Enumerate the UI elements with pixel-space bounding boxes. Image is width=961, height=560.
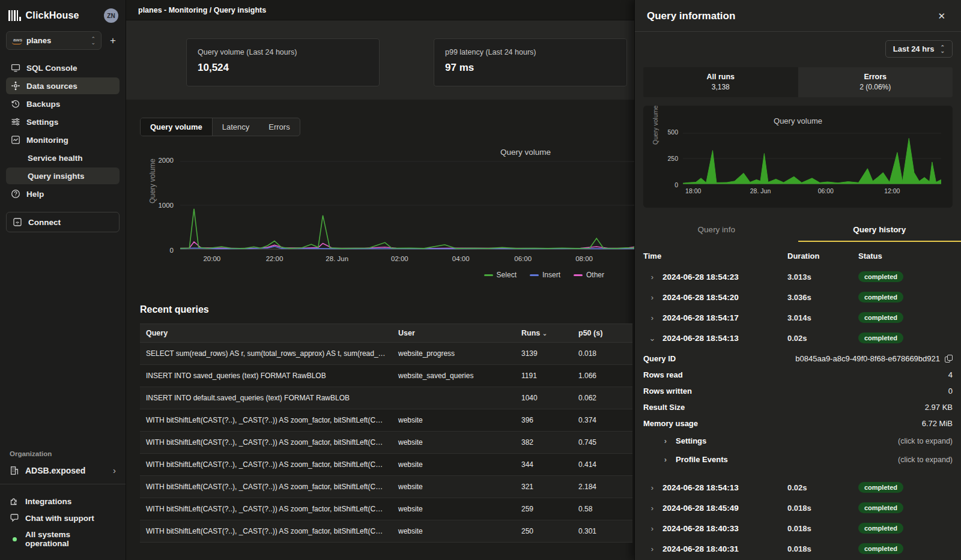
user-avatar[interactable]: ZN	[104, 8, 118, 23]
chevron-right-icon: ›	[648, 313, 656, 322]
tab-query-history[interactable]: Query history	[798, 220, 961, 242]
app-root: ClickHouse ZN aws planes ⌃⌄ + SQL Consol…	[0, 0, 961, 560]
history-row[interactable]: ›2024-06-28 18:45:49 0.018s completed	[643, 498, 953, 518]
chart-xticks: 20:0022:0028. Jun02:0004:0006:0008:0010:…	[180, 255, 634, 266]
tab-latency[interactable]: Latency	[213, 118, 259, 136]
system-status[interactable]: All systems operational	[6, 526, 120, 552]
tab-query-info[interactable]: Query info	[635, 220, 798, 242]
x-tick-label: 06:00	[514, 255, 532, 262]
history-row[interactable]: ›2024-06-28 18:54:20 3.036s completed	[643, 287, 953, 307]
all-runs-segment[interactable]: All runs 3,138	[643, 67, 798, 97]
add-service-button[interactable]: +	[106, 35, 120, 47]
legend-item-select[interactable]: Select	[484, 271, 517, 279]
table-row[interactable]: WITH bitShiftLeft(CAST(?..), _CAST(?..))…	[140, 498, 632, 520]
x-tick-label: 12:00	[884, 187, 900, 194]
panel-tabs: Query info Query history	[635, 220, 961, 242]
service-selector[interactable]: aws planes ⌃⌄	[6, 31, 102, 50]
history-row[interactable]: ›2024-06-28 18:54:13 0.02s completed	[643, 477, 953, 498]
col-header-user[interactable]: User	[392, 324, 515, 343]
history-row[interactable]: ›2024-06-28 18:54:17 3.014s completed	[643, 307, 953, 328]
chevron-right-icon: ›	[648, 483, 656, 492]
history-row-expanded[interactable]: ⌄2024-06-28 18:54:13 0.02s completed	[643, 328, 953, 348]
stat-label: Query volume (Last 24 hours)	[198, 48, 368, 56]
stats-band: Query volume (Last 24 hours) 10,524 p99 …	[126, 20, 634, 100]
y-tick-label: 500	[667, 128, 678, 136]
legend-item-other[interactable]: Other	[574, 271, 604, 279]
chevron-right-icon: ›	[648, 504, 656, 513]
table-header-row: Query User Runs ⌄ p50 (s)	[140, 324, 632, 343]
organization-selector[interactable]: ADSB.exposed ›	[6, 463, 120, 484]
history-row[interactable]: ›2024-06-28 18:40:31 0.018s completed	[643, 538, 953, 559]
detail-query-id: Query ID b0845aa9-a8c9-49f0-8f68-e678669…	[643, 351, 953, 367]
organization-name: ADSB.exposed	[25, 466, 107, 475]
sidebar-item-settings[interactable]: Settings	[6, 113, 120, 130]
p99-latency-card: p99 latency (Last 24 hours) 97 ms	[434, 38, 627, 86]
main-area: planes - Monitoring / Query insights Que…	[126, 0, 634, 560]
time-range-value: Last 24 hrs	[893, 44, 935, 53]
sidebar-item-chat-support[interactable]: Chat with support	[6, 510, 120, 526]
col-header-runs[interactable]: Runs ⌄	[515, 324, 572, 343]
col-header-query[interactable]: Query	[140, 324, 392, 343]
query-information-panel: Query information ✕ Last 24 hrs ⌃⌄ All r…	[634, 0, 961, 560]
connect-button[interactable]: Connect	[6, 212, 120, 232]
tab-errors[interactable]: Errors	[259, 118, 299, 136]
sidebar-item-sql-console[interactable]: SQL Console	[6, 59, 120, 76]
x-tick-label: 02:00	[391, 255, 408, 262]
col-header-p50[interactable]: p50 (s)	[572, 324, 632, 343]
table-row[interactable]: WITH bitShiftLeft(CAST(?..), _CAST(?..))…	[140, 454, 632, 476]
status-label: All systems operational	[25, 530, 116, 548]
recent-queries-title: Recent queries	[140, 304, 634, 315]
table-row[interactable]: WITH bitShiftLeft(CAST(?..), _CAST(?..))…	[140, 432, 632, 454]
runs-errors-toggle: All runs 3,138 Errors 2 (0.06%)	[643, 67, 953, 97]
sidebar-item-integrations[interactable]: Integrations	[6, 493, 120, 510]
time-range-select[interactable]: Last 24 hrs ⌃⌄	[885, 40, 953, 58]
table-row[interactable]: SELECT sum(read_rows) AS r, sum(total_ro…	[140, 343, 632, 365]
aws-icon: aws	[12, 37, 22, 44]
tab-query-volume[interactable]: Query volume	[141, 118, 213, 136]
breadcrumb-bar: planes - Monitoring / Query insights	[126, 0, 634, 20]
sidebar-item-monitoring[interactable]: Monitoring	[6, 131, 120, 148]
profile-events-expander[interactable]: ›Profile Events (click to expand)	[643, 450, 953, 469]
mini-chart-plot[interactable]	[683, 132, 941, 185]
table-row[interactable]: WITH bitShiftLeft(CAST(?..), _CAST(?..))…	[140, 520, 632, 543]
panel-title: Query information	[647, 10, 735, 22]
status-badge: completed	[858, 271, 903, 282]
sidebar-item-help[interactable]: Help	[6, 185, 120, 202]
legend-item-insert[interactable]: Insert	[530, 271, 560, 279]
x-tick-label: 18:00	[685, 187, 701, 194]
status-badge: completed	[858, 543, 903, 554]
chat-icon	[10, 513, 19, 523]
history-row[interactable]: ›2024-06-28 18:40:33 0.018s completed	[643, 518, 953, 538]
settings-expander[interactable]: ›Settings (click to expand)	[643, 432, 953, 450]
table-row[interactable]: INSERT INTO saved_queries (text) FORMAT …	[140, 365, 632, 387]
table-row[interactable]: INSERT INTO default.saved_queries (text)…	[140, 387, 632, 409]
history-row[interactable]: ›2024-06-28 18:54:23 3.013s completed	[643, 266, 953, 287]
chevron-right-icon: ›	[661, 436, 670, 445]
sidebar-item-data-sources[interactable]: Data sources	[6, 77, 120, 94]
sidebar: ClickHouse ZN aws planes ⌃⌄ + SQL Consol…	[0, 0, 126, 560]
sidebar-item-query-insights[interactable]: Query insights	[6, 167, 120, 184]
chevron-right-icon: ›	[648, 524, 656, 533]
detail-rows-read: Rows read 4	[643, 367, 953, 383]
query-volume-chart: Query volume Query volume 010002000 20:0…	[140, 143, 634, 286]
main-content: Query volume Latency Errors Query volume…	[126, 100, 634, 560]
sidebar-item-backups[interactable]: Backups	[6, 95, 120, 112]
table-row[interactable]: WITH bitShiftLeft(CAST(?..), _CAST(?..))…	[140, 409, 632, 432]
footer-label: Chat with support	[25, 514, 94, 523]
x-tick-label: 04:00	[452, 255, 470, 262]
mini-chart-title: Query volume	[643, 116, 953, 125]
table-row[interactable]: WITH bitShiftLeft(CAST(?..), _CAST(?..))…	[140, 476, 632, 498]
help-icon	[11, 189, 20, 199]
sidebar-item-label: Monitoring	[26, 136, 68, 145]
chevron-updown-icon: ⌃⌄	[91, 37, 95, 45]
close-icon[interactable]: ✕	[934, 10, 949, 23]
copy-icon[interactable]	[945, 355, 953, 363]
query-volume-card: Query volume (Last 24 hours) 10,524	[186, 38, 380, 86]
sidebar-item-service-health[interactable]: Service health	[6, 149, 120, 166]
chart-plot[interactable]	[180, 160, 634, 250]
sidebar-nav: SQL Console Data sources Backups Setting…	[6, 59, 120, 202]
errors-segment[interactable]: Errors 2 (0.06%)	[798, 67, 953, 97]
breadcrumb: planes - Monitoring / Query insights	[138, 6, 266, 14]
service-name: planes	[26, 36, 86, 45]
status-badge: completed	[858, 312, 903, 323]
